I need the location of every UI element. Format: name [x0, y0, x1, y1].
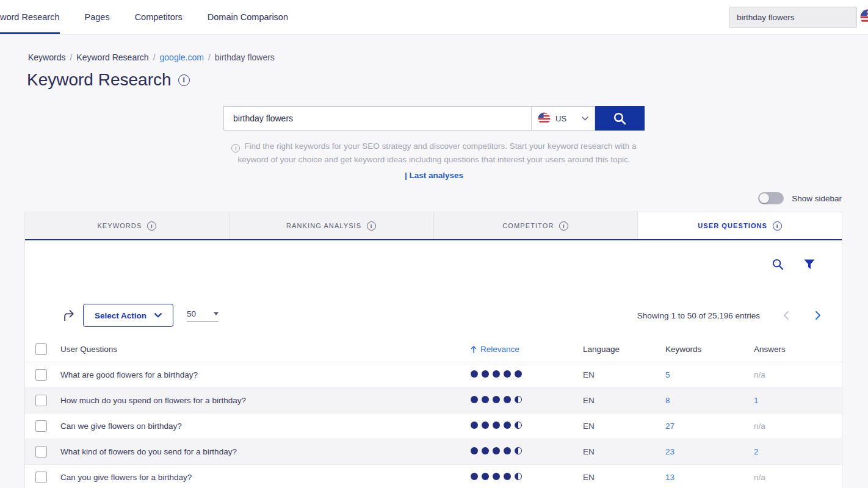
breadcrumb-separator: /: [208, 52, 211, 62]
language-cell: EN: [583, 439, 665, 465]
answers-value: n/a: [754, 422, 765, 431]
keywords-count-link[interactable]: 23: [665, 447, 675, 456]
page-title: Keyword Research: [27, 70, 172, 90]
keyword-search-input[interactable]: [223, 106, 531, 131]
header-user-questions: User Questions: [60, 337, 471, 362]
result-tab-label: RANKING ANALYSIS: [286, 222, 361, 229]
showing-entries-text: Showing 1 to 50 of 25,196 entries: [637, 311, 760, 320]
us-flag-icon[interactable]: [860, 9, 868, 25]
relevance-dots: [471, 370, 522, 378]
show-sidebar-toggle[interactable]: [758, 192, 784, 204]
toggle-knob: [759, 193, 769, 203]
relevance-dots: [471, 473, 522, 480]
info-icon: [231, 144, 240, 152]
page-next-icon[interactable]: [816, 311, 821, 320]
topnav-item-label: Domain Comparison: [208, 12, 288, 22]
search-help-text: Find the right keywords for your SEO str…: [223, 140, 645, 167]
breadcrumb-current-keyword: birthday flowers: [215, 52, 275, 62]
select-action-label: Select Action: [95, 311, 146, 320]
info-icon[interactable]: [559, 221, 568, 231]
question-cell: How much do you spend on flowers for a b…: [60, 388, 471, 414]
page-prev-icon[interactable]: [783, 311, 789, 320]
topnav-item-label: Pages: [85, 12, 110, 22]
breadcrumb-keyword-research[interactable]: Keyword Research: [76, 52, 148, 62]
keywords-count-link[interactable]: 27: [665, 422, 675, 431]
answers-value: n/a: [754, 473, 765, 482]
search-icon[interactable]: [772, 258, 784, 271]
result-tab[interactable]: COMPETITOR: [434, 212, 638, 239]
header-keywords: Keywords: [665, 337, 754, 362]
sidebar-toggle-row: Show sidebar: [0, 192, 868, 204]
table-tools: [25, 240, 842, 271]
row-checkbox[interactable]: [35, 446, 47, 458]
breadcrumb-keywords[interactable]: Keywords: [28, 52, 65, 62]
breadcrumb-separator: /: [70, 52, 72, 62]
question-cell: Can we give flowers on birthday?: [60, 414, 471, 439]
select-action-button[interactable]: Select Action: [83, 304, 173, 327]
results-card: KEYWORDS RANKING ANALYSIS COMPETITOR USE…: [24, 212, 842, 488]
search-button[interactable]: [595, 106, 645, 131]
export-icon[interactable]: [63, 310, 76, 321]
relevance-dots: [471, 422, 522, 429]
result-tab-label: COMPETITOR: [502, 222, 554, 229]
filter-icon[interactable]: [804, 259, 815, 270]
answers-value: 2: [754, 447, 759, 456]
top-bar: word Research Pages Competitors Domain C…: [0, 0, 868, 35]
topbar-search-input[interactable]: [729, 7, 857, 28]
info-icon[interactable]: [773, 221, 782, 231]
result-tab-label: KEYWORDS: [97, 222, 142, 229]
breadcrumb-domain[interactable]: google.com: [160, 52, 204, 62]
info-icon[interactable]: [147, 221, 156, 231]
keywords-count-link[interactable]: 8: [665, 396, 670, 405]
answers-value: n/a: [754, 370, 765, 379]
row-checkbox[interactable]: [35, 395, 47, 406]
header-relevance-label: Relevance: [480, 345, 519, 354]
topnav-item[interactable]: word Research: [0, 0, 60, 34]
keywords-count-link[interactable]: 13: [665, 473, 675, 482]
topnav-item-label: word Research: [0, 12, 60, 22]
country-select[interactable]: US: [531, 106, 595, 131]
topbar-right: [729, 7, 868, 28]
show-sidebar-label: Show sidebar: [792, 194, 842, 203]
result-tab-label: USER QUESTIONS: [698, 222, 767, 229]
relevance-dots: [471, 396, 522, 403]
row-checkbox[interactable]: [35, 420, 47, 432]
topnav-item[interactable]: Pages: [85, 0, 110, 34]
breadcrumb-separator: /: [153, 52, 156, 62]
last-analyses-link[interactable]: | Last analyses: [405, 171, 463, 180]
row-checkbox[interactable]: [35, 472, 47, 483]
answers-value: 1: [754, 396, 759, 405]
pagination: [783, 311, 821, 320]
language-cell: EN: [583, 465, 665, 488]
topnav-item-label: Competitors: [135, 12, 183, 22]
header-relevance[interactable]: Relevance: [471, 337, 583, 362]
table-row: What kind of flowers do you send for a b…: [25, 439, 842, 465]
table-header-row: User Questions Relevance Language Keywor…: [25, 337, 842, 362]
select-all-checkbox[interactable]: [35, 343, 47, 355]
caret-down-icon: [214, 312, 219, 315]
table-row: Can we give flowers on birthday? EN 27 n…: [25, 414, 842, 439]
search-icon: [613, 112, 627, 126]
result-tab[interactable]: USER QUESTIONS: [638, 212, 842, 239]
topnav-item[interactable]: Competitors: [135, 0, 183, 34]
row-checkbox[interactable]: [35, 369, 47, 381]
info-icon[interactable]: [367, 221, 376, 231]
info-icon[interactable]: [178, 74, 190, 86]
language-cell: EN: [583, 362, 665, 388]
result-tab[interactable]: RANKING ANALYSIS: [230, 212, 434, 239]
result-tab[interactable]: KEYWORDS: [25, 212, 230, 239]
question-cell: What kind of flowers do you send for a b…: [60, 439, 471, 465]
keyword-search-row: US: [223, 106, 645, 131]
topnav-item[interactable]: Domain Comparison: [208, 0, 288, 34]
breadcrumb: Keywords/Keyword Research/google.com/bir…: [0, 35, 868, 62]
result-tabs: KEYWORDS RANKING ANALYSIS COMPETITOR USE…: [25, 212, 842, 240]
table-row: Can you give flowers for a birthday? EN …: [25, 465, 842, 488]
header-answers: Answers: [754, 337, 842, 362]
chevron-down-icon: [582, 117, 588, 121]
country-code: US: [555, 114, 566, 123]
relevance-dots: [471, 447, 522, 454]
table-row: What are good flowers for a birthday? EN…: [25, 362, 842, 388]
keywords-count-link[interactable]: 5: [665, 370, 670, 379]
sort-up-icon: [471, 346, 477, 353]
page-size-select[interactable]: 50: [187, 309, 219, 322]
